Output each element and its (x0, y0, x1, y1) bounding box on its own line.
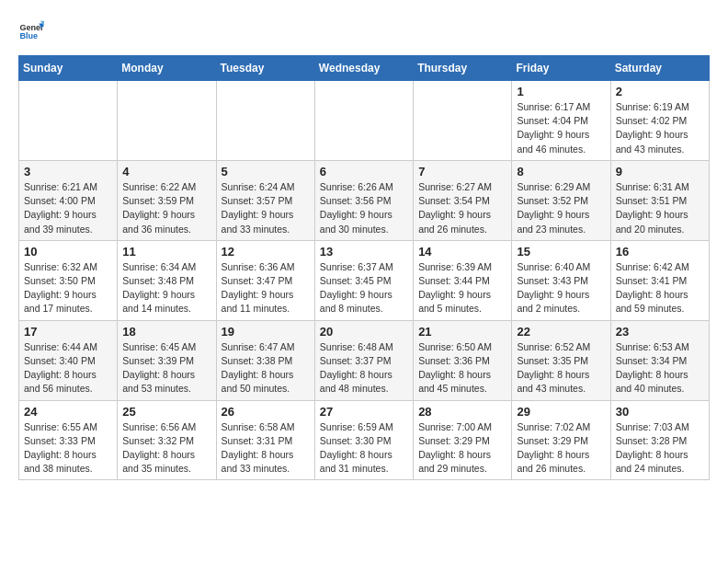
weekday-header-sunday: Sunday (19, 56, 118, 81)
day-number: 2 (616, 85, 704, 98)
day-number: 29 (517, 405, 605, 419)
day-cell: 17Sunrise: 6:44 AM Sunset: 3:40 PM Dayli… (19, 320, 118, 400)
day-cell: 15Sunrise: 6:40 AM Sunset: 3:43 PM Dayli… (512, 240, 610, 320)
day-detail: Sunrise: 6:56 AM Sunset: 3:32 PM Dayligh… (122, 421, 196, 475)
day-number: 30 (616, 405, 704, 419)
day-detail: Sunrise: 6:27 AM Sunset: 3:54 PM Dayligh… (418, 181, 492, 235)
day-number: 23 (616, 325, 704, 339)
day-detail: Sunrise: 6:39 AM Sunset: 3:44 PM Dayligh… (418, 261, 492, 315)
weekday-header-wednesday: Wednesday (314, 56, 413, 81)
day-detail: Sunrise: 6:47 AM Sunset: 3:38 PM Dayligh… (222, 341, 295, 395)
svg-text:Blue: Blue (19, 31, 38, 40)
day-cell: 26Sunrise: 6:58 AM Sunset: 3:31 PM Dayli… (216, 400, 314, 480)
day-cell: 2Sunrise: 6:19 AM Sunset: 4:02 PM Daylig… (610, 81, 709, 161)
day-number: 9 (616, 165, 704, 178)
day-cell (414, 81, 512, 161)
day-cell: 25Sunrise: 6:56 AM Sunset: 3:32 PM Dayli… (118, 400, 216, 480)
day-number: 12 (222, 245, 310, 259)
day-cell: 5Sunrise: 6:24 AM Sunset: 3:57 PM Daylig… (216, 160, 314, 240)
day-number: 25 (122, 405, 210, 419)
day-detail: Sunrise: 6:55 AM Sunset: 3:33 PM Dayligh… (24, 421, 97, 475)
day-cell: 20Sunrise: 6:48 AM Sunset: 3:37 PM Dayli… (314, 320, 413, 400)
day-cell: 28Sunrise: 7:00 AM Sunset: 3:29 PM Dayli… (414, 400, 512, 480)
day-number: 28 (418, 405, 506, 419)
day-cell (216, 81, 314, 161)
day-cell: 23Sunrise: 6:53 AM Sunset: 3:34 PM Dayli… (610, 320, 709, 400)
day-number: 7 (418, 165, 506, 178)
day-cell: 24Sunrise: 6:55 AM Sunset: 3:33 PM Dayli… (19, 400, 118, 480)
weekday-header-tuesday: Tuesday (216, 56, 314, 81)
day-number: 21 (418, 325, 506, 339)
calendar-page: General Blue SundayMondayTuesdayWednesda… (0, 0, 728, 489)
day-detail: Sunrise: 6:32 AM Sunset: 3:50 PM Dayligh… (24, 261, 97, 315)
day-number: 19 (222, 325, 310, 339)
day-number: 26 (222, 405, 310, 419)
day-detail: Sunrise: 6:50 AM Sunset: 3:36 PM Dayligh… (418, 341, 492, 395)
week-row-2: 3Sunrise: 6:21 AM Sunset: 4:00 PM Daylig… (19, 160, 710, 240)
day-number: 16 (616, 245, 704, 259)
day-number: 3 (24, 165, 112, 178)
day-detail: Sunrise: 6:59 AM Sunset: 3:30 PM Dayligh… (320, 421, 393, 475)
day-detail: Sunrise: 6:24 AM Sunset: 3:57 PM Dayligh… (222, 181, 295, 235)
day-number: 24 (24, 405, 112, 419)
day-number: 15 (517, 245, 605, 259)
day-number: 1 (517, 85, 605, 98)
day-detail: Sunrise: 6:26 AM Sunset: 3:56 PM Dayligh… (320, 181, 393, 235)
day-cell: 13Sunrise: 6:37 AM Sunset: 3:45 PM Dayli… (314, 240, 413, 320)
day-number: 14 (418, 245, 506, 259)
day-detail: Sunrise: 6:19 AM Sunset: 4:02 PM Dayligh… (616, 101, 689, 155)
logo-icon: General Blue (18, 18, 44, 44)
day-cell (118, 81, 216, 161)
day-number: 17 (24, 325, 112, 339)
day-cell: 10Sunrise: 6:32 AM Sunset: 3:50 PM Dayli… (19, 240, 118, 320)
day-number: 10 (24, 245, 112, 259)
day-cell: 18Sunrise: 6:45 AM Sunset: 3:39 PM Dayli… (118, 320, 216, 400)
day-detail: Sunrise: 7:00 AM Sunset: 3:29 PM Dayligh… (418, 421, 492, 475)
day-cell: 1Sunrise: 6:17 AM Sunset: 4:04 PM Daylig… (512, 81, 610, 161)
calendar-table: SundayMondayTuesdayWednesdayThursdayFrid… (18, 55, 710, 480)
day-detail: Sunrise: 6:37 AM Sunset: 3:45 PM Dayligh… (320, 261, 393, 315)
day-number: 13 (320, 245, 408, 259)
day-detail: Sunrise: 6:48 AM Sunset: 3:37 PM Dayligh… (320, 341, 393, 395)
day-cell: 27Sunrise: 6:59 AM Sunset: 3:30 PM Dayli… (314, 400, 413, 480)
day-number: 11 (122, 245, 210, 259)
day-detail: Sunrise: 6:40 AM Sunset: 3:43 PM Dayligh… (517, 261, 590, 315)
day-detail: Sunrise: 6:22 AM Sunset: 3:59 PM Dayligh… (122, 181, 196, 235)
day-cell: 21Sunrise: 6:50 AM Sunset: 3:36 PM Dayli… (414, 320, 512, 400)
day-cell: 16Sunrise: 6:42 AM Sunset: 3:41 PM Dayli… (610, 240, 709, 320)
day-number: 27 (320, 405, 408, 419)
day-detail: Sunrise: 6:31 AM Sunset: 3:51 PM Dayligh… (616, 181, 689, 235)
day-cell: 12Sunrise: 6:36 AM Sunset: 3:47 PM Dayli… (216, 240, 314, 320)
day-detail: Sunrise: 6:58 AM Sunset: 3:31 PM Dayligh… (222, 421, 295, 475)
day-number: 18 (122, 325, 210, 339)
day-cell: 7Sunrise: 6:27 AM Sunset: 3:54 PM Daylig… (414, 160, 512, 240)
day-detail: Sunrise: 6:52 AM Sunset: 3:35 PM Dayligh… (517, 341, 590, 395)
day-number: 20 (320, 325, 408, 339)
day-cell: 4Sunrise: 6:22 AM Sunset: 3:59 PM Daylig… (118, 160, 216, 240)
weekday-header-saturday: Saturday (610, 56, 709, 81)
header: General Blue (18, 18, 710, 44)
day-detail: Sunrise: 6:44 AM Sunset: 3:40 PM Dayligh… (24, 341, 97, 395)
day-cell: 6Sunrise: 6:26 AM Sunset: 3:56 PM Daylig… (314, 160, 413, 240)
week-row-1: 1Sunrise: 6:17 AM Sunset: 4:04 PM Daylig… (19, 81, 710, 161)
day-cell: 3Sunrise: 6:21 AM Sunset: 4:00 PM Daylig… (19, 160, 118, 240)
day-cell (19, 81, 118, 161)
weekday-header-thursday: Thursday (414, 56, 512, 81)
weekday-header-monday: Monday (118, 56, 216, 81)
week-row-5: 24Sunrise: 6:55 AM Sunset: 3:33 PM Dayli… (19, 400, 710, 480)
day-cell: 14Sunrise: 6:39 AM Sunset: 3:44 PM Dayli… (414, 240, 512, 320)
day-detail: Sunrise: 6:17 AM Sunset: 4:04 PM Dayligh… (517, 101, 590, 155)
day-detail: Sunrise: 6:36 AM Sunset: 3:47 PM Dayligh… (222, 261, 295, 315)
day-cell: 22Sunrise: 6:52 AM Sunset: 3:35 PM Dayli… (512, 320, 610, 400)
day-cell: 8Sunrise: 6:29 AM Sunset: 3:52 PM Daylig… (512, 160, 610, 240)
day-cell: 11Sunrise: 6:34 AM Sunset: 3:48 PM Dayli… (118, 240, 216, 320)
day-number: 5 (222, 165, 310, 178)
day-detail: Sunrise: 7:03 AM Sunset: 3:28 PM Dayligh… (616, 421, 689, 475)
day-detail: Sunrise: 6:45 AM Sunset: 3:39 PM Dayligh… (122, 341, 196, 395)
day-number: 8 (517, 165, 605, 178)
day-number: 4 (122, 165, 210, 178)
week-row-3: 10Sunrise: 6:32 AM Sunset: 3:50 PM Dayli… (19, 240, 710, 320)
day-detail: Sunrise: 6:29 AM Sunset: 3:52 PM Dayligh… (517, 181, 590, 235)
day-detail: Sunrise: 7:02 AM Sunset: 3:29 PM Dayligh… (517, 421, 590, 475)
day-cell: 9Sunrise: 6:31 AM Sunset: 3:51 PM Daylig… (610, 160, 709, 240)
